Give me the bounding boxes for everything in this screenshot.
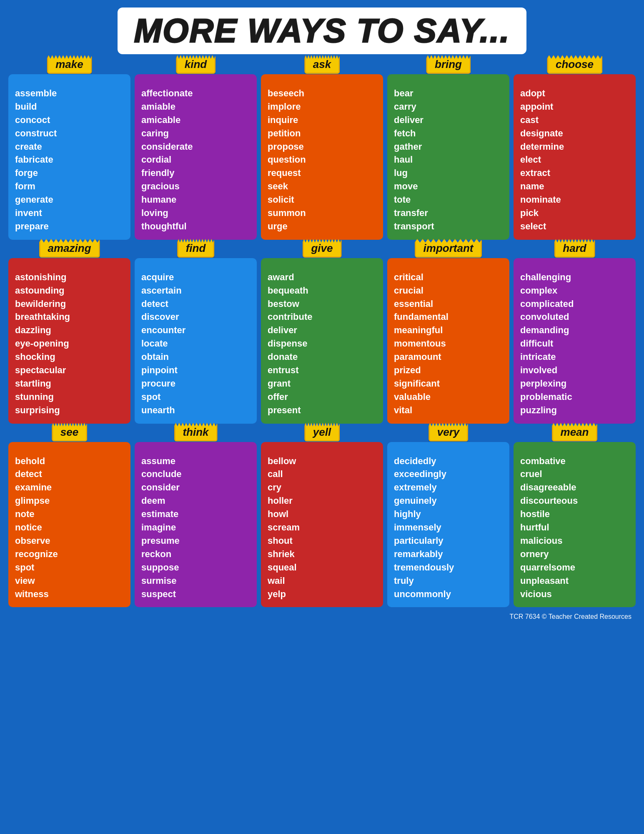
word-list-ask: beseechimploreinquirepetitionproposeques… — [268, 87, 376, 233]
list-item: cordial — [141, 153, 250, 166]
word-list-make: assemblebuildconcoctconstructcreatefabri… — [15, 87, 124, 233]
list-item: obtain — [141, 350, 250, 364]
list-item: petition — [268, 127, 376, 140]
list-item: bellow — [268, 455, 376, 468]
list-item: form — [15, 180, 124, 193]
list-item: elect — [520, 153, 629, 166]
row-1: makeassemblebuildconcoctconstructcreatef… — [8, 63, 636, 240]
col-header-very: very — [428, 423, 469, 442]
word-list-see: beholddetectexamineglimpsenotenoticeobse… — [15, 455, 124, 601]
col-yell: yellbellowcallcryhollerhowlscreamshoutsh… — [261, 430, 383, 608]
col-give: giveawardbequeathbestowcontributedeliver… — [261, 246, 383, 424]
list-item: wail — [268, 574, 376, 588]
grid-container: makeassemblebuildconcoctconstructcreatef… — [8, 63, 636, 607]
list-item: generate — [15, 193, 124, 206]
list-item: locate — [141, 337, 250, 350]
list-item: shocking — [15, 350, 124, 364]
list-item: reckon — [141, 548, 250, 561]
list-item: involved — [520, 364, 629, 377]
list-item: nominate — [520, 193, 629, 206]
list-item: spectacular — [15, 364, 124, 377]
list-item: quarrelsome — [520, 561, 629, 574]
col-see: seebeholddetectexamineglimpsenotenoticeo… — [8, 430, 130, 608]
list-item: discourteous — [520, 494, 629, 507]
col-hard: hardchallengingcomplexcomplicatedconvolu… — [514, 246, 636, 424]
col-mean: meancombativecrueldisagreeablediscourteo… — [514, 430, 636, 608]
word-list-amazing: astonishingastoundingbewilderingbreathta… — [15, 271, 124, 417]
word-list-give: awardbequeathbestowcontributedeliverdisp… — [268, 271, 376, 417]
list-item: fundamental — [394, 310, 503, 324]
list-item: donate — [268, 350, 376, 364]
col-header-important: important — [415, 239, 482, 258]
list-item: question — [268, 153, 376, 166]
list-item: astounding — [15, 284, 124, 297]
col-header-find: find — [177, 239, 215, 258]
list-item: demanding — [520, 324, 629, 337]
list-item: recognize — [15, 548, 124, 561]
list-item: convoluted — [520, 310, 629, 324]
list-item: remarkably — [394, 548, 503, 561]
word-list-yell: bellowcallcryhollerhowlscreamshoutshriek… — [268, 455, 376, 601]
list-item: surmise — [141, 574, 250, 588]
list-item: decidedly — [394, 455, 503, 468]
word-list-hard: challengingcomplexcomplicatedconvolutedd… — [520, 271, 629, 417]
list-item: genuinely — [394, 494, 503, 507]
footer-text: TCR 7634 © Teacher Created Resources — [0, 611, 644, 625]
col-body-find: acquireascertaindetectdiscoverencounterl… — [135, 258, 257, 424]
list-item: gather — [394, 140, 503, 153]
list-item: bequeath — [268, 284, 376, 297]
list-item: startling — [15, 377, 124, 390]
list-item: vital — [394, 404, 503, 417]
list-item: spot — [15, 561, 124, 574]
col-body-very: decidedlyexceedinglyextremelygenuinelyhi… — [387, 442, 509, 608]
list-item: malicious — [520, 534, 629, 548]
title-banner: MORE WAYS TO SAY... — [118, 8, 527, 54]
list-item: gracious — [141, 180, 250, 193]
list-item: amicable — [141, 113, 250, 127]
word-list-kind: affectionateamiableamicablecaringconside… — [141, 87, 250, 233]
col-header-yell: yell — [304, 423, 340, 442]
list-item: cruel — [520, 467, 629, 481]
col-bring: bringbearcarrydeliverfetchgatherhaullugm… — [387, 63, 509, 240]
list-item: implore — [268, 100, 376, 113]
list-item: pick — [520, 206, 629, 220]
list-item: unearth — [141, 404, 250, 417]
list-item: glimpse — [15, 494, 124, 507]
list-item: affectionate — [141, 87, 250, 100]
col-body-give: awardbequeathbestowcontributedeliverdisp… — [261, 258, 383, 424]
list-item: name — [520, 180, 629, 193]
col-header-make: make — [47, 55, 92, 74]
list-item: entrust — [268, 364, 376, 377]
list-item: vicious — [520, 588, 629, 601]
list-item: exceedingly — [394, 467, 503, 481]
list-item: amiable — [141, 100, 250, 113]
list-item: designate — [520, 127, 629, 140]
list-item: pinpoint — [141, 364, 250, 377]
list-item: conclude — [141, 467, 250, 481]
list-item: truly — [394, 574, 503, 588]
list-item: adopt — [520, 87, 629, 100]
list-item: beseech — [268, 87, 376, 100]
list-item: transport — [394, 220, 503, 233]
col-header-hard: hard — [554, 239, 595, 258]
col-body-kind: affectionateamiableamicablecaringconside… — [135, 74, 257, 240]
list-item: combative — [520, 455, 629, 468]
list-item: eye-opening — [15, 337, 124, 350]
list-item: immensely — [394, 521, 503, 534]
list-item: estimate — [141, 507, 250, 521]
list-item: determine — [520, 140, 629, 153]
list-item: unpleasant — [520, 574, 629, 588]
list-item: award — [268, 271, 376, 284]
list-item: highly — [394, 507, 503, 521]
list-item: inquire — [268, 113, 376, 127]
list-item: paramount — [394, 350, 503, 364]
col-think: thinkassumeconcludeconsiderdeemestimatei… — [135, 430, 257, 608]
col-kind: kindaffectionateamiableamicablecaringcon… — [135, 63, 257, 240]
col-body-hard: challengingcomplexcomplicatedconvolutedd… — [514, 258, 636, 424]
list-item: fabricate — [15, 153, 124, 166]
list-item: deem — [141, 494, 250, 507]
list-item: cry — [268, 481, 376, 494]
col-find: findacquireascertaindetectdiscoverencoun… — [135, 246, 257, 424]
list-item: uncommonly — [394, 588, 503, 601]
list-item: spot — [141, 390, 250, 404]
